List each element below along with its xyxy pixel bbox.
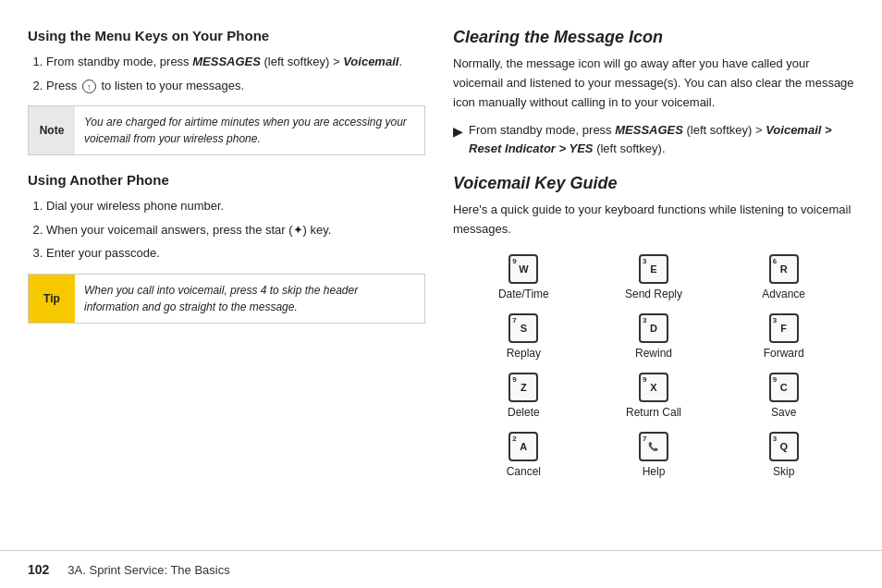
list-item: Press ↑ to listen to your messages. <box>46 77 425 95</box>
key-item-skip: 3 Q Skip <box>722 432 845 478</box>
clearing-title: Clearing the Message Icon <box>453 28 854 47</box>
key-item-save: 9 C Save <box>722 373 845 419</box>
page: Using the Menu Keys on Your Phone From s… <box>0 0 882 588</box>
chapter-label: 3A. Sprint Service: The Basics <box>67 563 229 577</box>
phone-circle-icon: ↑ <box>82 80 96 93</box>
arrow-middle: (left softkey) > <box>683 123 766 137</box>
section1-list: From standby mode, press MESSAGES (left … <box>28 53 425 94</box>
key-icon-advance: 6 R <box>769 254 799 284</box>
key-item-help: 7 📞 Help <box>593 432 716 478</box>
key-icon-skip: 3 Q <box>769 432 799 461</box>
section2-title: Using Another Phone <box>28 172 425 188</box>
step1-prefix: From standby mode, press <box>46 55 192 68</box>
key-label-rewind: Rewind <box>635 347 672 360</box>
key-label-delete: Delete <box>508 406 540 419</box>
key-label-save: Save <box>771 406 796 419</box>
list-item: Enter your passcode. <box>46 244 425 263</box>
step1-bold: MESSAGES <box>192 55 261 68</box>
step1-middle: (left softkey) > <box>261 55 343 68</box>
key-item-rewind: 3 D Rewind <box>593 313 716 360</box>
key-icon-delete: 9 Z <box>508 373 538 402</box>
key-icon-save: 9 C <box>769 373 799 402</box>
key-label-advance: Advance <box>762 288 805 300</box>
key-icon-forward: 3 F <box>769 313 799 343</box>
section2-list: Dial your wireless phone number. When yo… <box>28 197 425 263</box>
note-content: You are charged for airtime minutes when… <box>75 106 424 154</box>
key-item-datetime: 9 W Date/Time <box>462 254 585 300</box>
content-area: Using the Menu Keys on Your Phone From s… <box>0 0 882 550</box>
list-item: When your voicemail answers, press the s… <box>46 221 425 239</box>
key-icon-help: 7 📞 <box>639 432 668 461</box>
key-label-returncall: Return Call <box>626 406 681 419</box>
key-label-replay: Replay <box>507 347 541 360</box>
key-label-skip: Skip <box>773 465 794 478</box>
left-column: Using the Menu Keys on Your Phone From s… <box>28 28 425 532</box>
arrow-bold: MESSAGES <box>615 123 683 137</box>
key-icon-cancel: 2 A <box>508 432 538 461</box>
arrow-prefix: From standby mode, press <box>469 123 615 137</box>
list-item: From standby mode, press MESSAGES (left … <box>46 53 425 71</box>
footer: 102 3A. Sprint Service: The Basics <box>0 550 882 588</box>
page-number: 102 <box>28 562 49 577</box>
tip-content: When you call into voicemail, press 4 to… <box>75 275 424 323</box>
key-icon-rewind: 3 D <box>639 313 668 343</box>
key-item-returncall: 9 X Return Call <box>593 373 716 419</box>
key-item-forward: 3 F Forward <box>722 313 845 360</box>
key-item-advance: 6 R Advance <box>722 254 845 300</box>
arrow-end: (left softkey). <box>594 141 666 155</box>
note-label: Note <box>29 106 75 154</box>
key-label-help: Help <box>643 465 666 478</box>
key-icon-datetime: 9 W <box>508 254 538 284</box>
voicemail-guide-title: Voicemail Key Guide <box>453 174 854 193</box>
key-icon-returncall: 9 X <box>639 373 668 402</box>
step2-suffix: to listen to your messages. <box>101 79 244 92</box>
key-item-replay: 7 S Replay <box>462 313 585 360</box>
arrow-text: From standby mode, press MESSAGES (left … <box>469 121 854 157</box>
arrow-icon: ▶ <box>453 122 463 157</box>
key-icon-replay: 7 S <box>508 313 538 343</box>
step2-text: Press <box>46 79 77 92</box>
key-guide-grid: 9 W Date/Time 3 E Send Reply 6 <box>453 254 854 478</box>
arrow-item: ▶ From standby mode, press MESSAGES (lef… <box>453 121 854 157</box>
step1-end: . <box>398 55 402 68</box>
note-box: Note You are charged for airtime minutes… <box>28 105 425 155</box>
right-column: Clearing the Message Icon Normally, the … <box>453 28 854 532</box>
tip-label: Tip <box>29 275 75 323</box>
key-item-cancel: 2 A Cancel <box>462 432 585 478</box>
clearing-body: Normally, the message icon will go away … <box>453 55 854 112</box>
section1-title: Using the Menu Keys on Your Phone <box>28 28 425 43</box>
step1-italic: Voicemail <box>343 55 398 68</box>
guide-body: Here's a quick guide to your keyboard fu… <box>453 201 854 239</box>
key-label-forward: Forward <box>764 347 804 360</box>
key-icon-sendreply: 3 E <box>639 254 668 284</box>
list-item: Dial your wireless phone number. <box>46 197 425 215</box>
key-label-sendreply: Send Reply <box>625 288 682 300</box>
tip-box: Tip When you call into voicemail, press … <box>28 274 425 324</box>
key-label-datetime: Date/Time <box>498 288 549 300</box>
key-item-delete: 9 Z Delete <box>462 373 585 419</box>
key-label-cancel: Cancel <box>507 465 541 478</box>
key-item-sendreply: 3 E Send Reply <box>593 254 716 300</box>
